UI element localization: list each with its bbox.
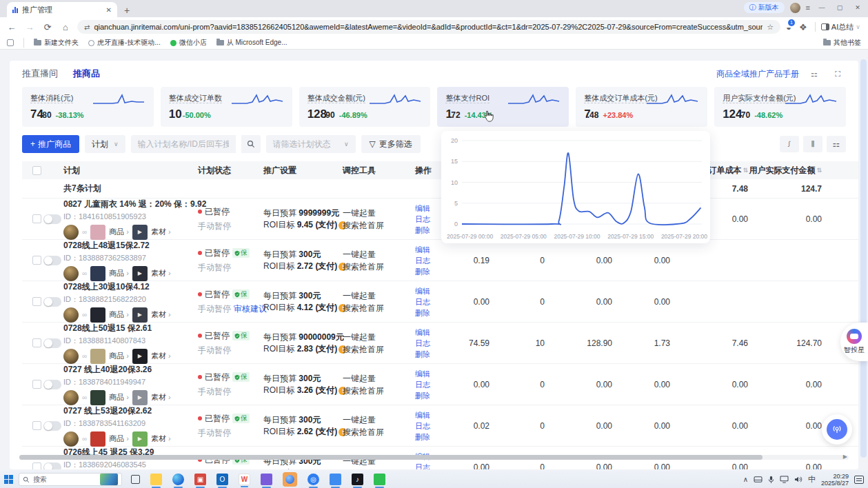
row-checkbox[interactable]	[32, 256, 41, 265]
material-link[interactable]: 素材 ›	[151, 227, 171, 237]
home-icon[interactable]: ⌂	[59, 22, 72, 32]
row-checkbox[interactable]	[32, 297, 41, 306]
other-bookmarks-button[interactable]: 其他书签	[823, 38, 861, 48]
taskbar-app[interactable]: W	[239, 474, 250, 485]
layout-settings-icon[interactable]: ⚏	[806, 68, 822, 80]
metric-card[interactable]: 整体成交订单数 10 -50.00%	[161, 87, 292, 127]
back-icon[interactable]: ←	[6, 22, 18, 32]
taskbar-app[interactable]	[283, 472, 297, 487]
ime-indicator[interactable]: 中	[808, 474, 816, 485]
taskbar-app[interactable]: ◎	[307, 474, 319, 485]
product-link[interactable]: 商品 ›	[109, 227, 129, 237]
tab-close-icon[interactable]: ✕	[106, 6, 112, 14]
forward-icon[interactable]: →	[23, 22, 36, 32]
material-thumbnail[interactable]	[132, 349, 148, 364]
row-toggle[interactable]	[43, 256, 61, 265]
window-close-button[interactable]: ✕	[851, 4, 864, 11]
product-thumbnail[interactable]	[90, 266, 105, 281]
plan-title[interactable]: 0827 儿童雨衣 14% 退：20% 保：9.92	[63, 199, 198, 210]
tray-expand-icon[interactable]: ∧	[743, 476, 748, 483]
log-link[interactable]: 日志	[415, 214, 443, 225]
plan-title[interactable]: 0728线上50退15 保2.61	[63, 323, 198, 334]
bookmark-item[interactable]: 虎牙直播-技术驱动...	[88, 38, 161, 48]
fullscreen-icon[interactable]: ⛶	[829, 68, 846, 80]
row-checkbox[interactable]	[32, 421, 41, 430]
delete-link[interactable]: 删除	[415, 390, 443, 401]
product-link[interactable]: 商品 ›	[109, 351, 129, 361]
sort-icon[interactable]: ⇅	[816, 167, 822, 174]
profile-avatar[interactable]	[790, 3, 800, 13]
taskbar-app[interactable]: ♪	[352, 474, 363, 485]
new-version-button[interactable]: ⓘ新版本	[744, 2, 785, 13]
search-top-screen-link[interactable]: 搜索抢首屏	[343, 219, 415, 232]
col-plan[interactable]: 计划	[63, 165, 198, 176]
window-maximize-button[interactable]: ▢	[834, 4, 846, 11]
one-key-boost-link[interactable]: 一键起量	[343, 331, 415, 343]
extensions-puzzle-icon[interactable]: ❖	[797, 22, 809, 32]
network-monitor-icon[interactable]	[780, 476, 789, 483]
one-key-boost-link[interactable]: 一键起量	[343, 248, 415, 261]
log-link[interactable]: 日志	[415, 379, 443, 390]
taskbar-app[interactable]	[374, 474, 385, 485]
col-user-pay[interactable]: 用户实际支付金额⇅	[748, 165, 822, 176]
speaker-icon[interactable]	[794, 476, 803, 483]
plan-title[interactable]: 0727 线上40退20保3.26	[63, 364, 198, 376]
bookmark-item[interactable]: 从 Microsoft Edge...	[216, 38, 287, 48]
delete-link[interactable]: 删除	[415, 431, 443, 443]
metric-card[interactable]: 整体支付ROI 1.72 -14.43%	[437, 87, 569, 127]
more-filters-button[interactable]: ▽更多筛选	[361, 135, 421, 153]
taskbar-app[interactable]: O	[216, 474, 228, 485]
log-link[interactable]: 日志	[415, 255, 443, 266]
material-thumbnail[interactable]	[132, 225, 148, 240]
review-suggestion-link[interactable]: 审核建议	[234, 304, 267, 314]
material-link[interactable]: 素材 ›	[151, 351, 171, 361]
product-link[interactable]: 商品 ›	[109, 434, 129, 444]
taskbar-clock[interactable]: 20:292025/8/27	[821, 473, 849, 487]
edit-link[interactable]: 编辑	[415, 244, 443, 255]
row-checkbox[interactable]	[32, 338, 41, 347]
product-thumbnail[interactable]	[90, 431, 105, 447]
page-scrollbar[interactable]	[860, 59, 867, 458]
col-status[interactable]: 计划状态	[198, 165, 263, 176]
delete-link[interactable]: 删除	[415, 349, 443, 360]
plan-title[interactable]: 0727 线上53退20保2.62	[63, 405, 198, 417]
product-link[interactable]: 商品 ›	[109, 268, 129, 278]
horizontal-scrollbar[interactable]: ▶	[19, 455, 849, 460]
columns-icon[interactable]: ⫴	[803, 136, 822, 152]
browser-menu-icon[interactable]: ≡	[806, 3, 810, 12]
taskbar-app[interactable]	[131, 475, 140, 484]
product-link[interactable]: 商品 ›	[109, 392, 129, 403]
one-key-boost-link[interactable]: 一键起量	[343, 289, 415, 302]
bookmark-item[interactable]: 微信小店	[170, 38, 207, 48]
page-tab[interactable]: 推商品	[73, 68, 100, 80]
one-key-boost-link[interactable]: 一键起量	[343, 207, 415, 219]
one-key-boost-link[interactable]: 一键起量	[343, 372, 415, 385]
row-toggle[interactable]	[43, 297, 61, 307]
address-bar[interactable]: ⇄ qianchuan.jinritemai.com/uni-prom?aavi…	[77, 20, 780, 34]
bookmark-star-icon[interactable]: ☆	[767, 23, 774, 32]
taskbar-app[interactable]: ▣	[194, 474, 206, 485]
delete-link[interactable]: 删除	[415, 266, 443, 277]
taskbar-app[interactable]	[150, 474, 162, 485]
row-toggle[interactable]	[43, 214, 61, 224]
scrollbar-thumb[interactable]	[19, 455, 763, 460]
material-thumbnail[interactable]	[132, 390, 148, 405]
taskbar-app[interactable]	[172, 474, 184, 485]
row-checkbox[interactable]	[32, 214, 41, 223]
log-link[interactable]: 日志	[415, 462, 443, 470]
row-toggle[interactable]	[43, 462, 61, 470]
export-icon[interactable]: ꭍ	[780, 136, 799, 152]
search-button[interactable]	[241, 135, 261, 153]
product-link[interactable]: 商品 ›	[109, 309, 129, 320]
taskbar-app[interactable]	[330, 474, 341, 485]
delete-link[interactable]: 删除	[415, 225, 443, 236]
material-thumbnail[interactable]	[132, 431, 148, 447]
select-all-checkbox[interactable]	[32, 166, 41, 175]
log-link[interactable]: 日志	[415, 296, 443, 307]
row-checkbox[interactable]	[32, 380, 41, 389]
plan-type-select[interactable]: 计划∨	[85, 135, 125, 153]
window-minimize-button[interactable]: —	[816, 4, 828, 11]
material-link[interactable]: 素材 ›	[151, 309, 171, 320]
log-link[interactable]: 日志	[415, 338, 443, 349]
extension-icon[interactable]: ◒1	[786, 22, 791, 32]
